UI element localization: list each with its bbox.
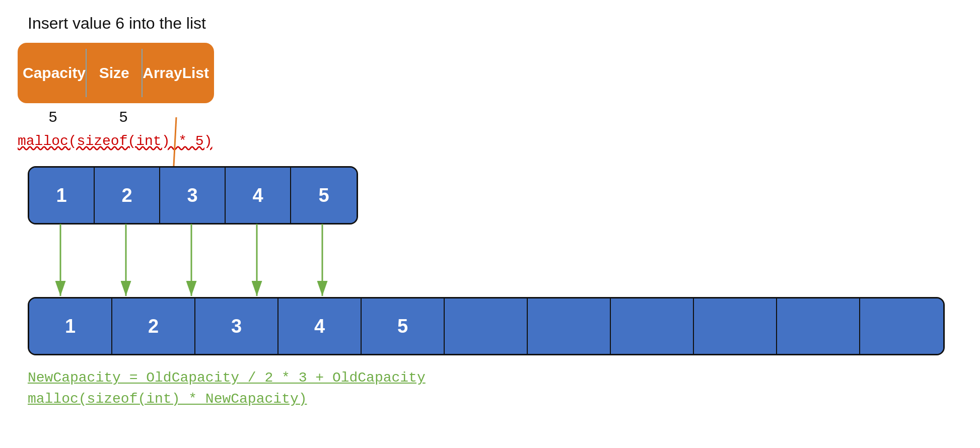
green-arrows-svg <box>28 221 395 302</box>
bottom-cell-4: 5 <box>362 298 445 354</box>
header-cell-size: Size <box>87 64 142 82</box>
array-bottom-container: 1 2 3 4 5 <box>28 297 945 355</box>
header-values: 5 5 <box>18 108 159 125</box>
array-top: 1 2 3 4 5 <box>28 166 380 225</box>
divider-1 <box>86 49 87 97</box>
top-cell-0: 1 <box>29 168 95 223</box>
new-capacity-text-block: NewCapacity = OldCapacity / 2 * 3 + OldC… <box>28 367 426 410</box>
header-cell-arraylist: ArrayList <box>143 64 209 82</box>
bottom-cell-7 <box>611 298 694 354</box>
divider-2 <box>142 49 143 97</box>
new-capacity-line2: malloc(sizeof(int) * NewCapacity) <box>28 389 426 410</box>
bottom-cell-6 <box>528 298 611 354</box>
page-container: Insert value 6 into the list Capacity Si… <box>0 0 980 448</box>
top-cell-3: 4 <box>226 168 291 223</box>
capacity-value: 5 <box>33 108 73 125</box>
bottom-cell-2: 3 <box>195 298 278 354</box>
bottom-cell-9 <box>777 298 860 354</box>
malloc-text: malloc(sizeof(int) * 5) <box>18 133 212 149</box>
bottom-cell-0: 1 <box>29 298 112 354</box>
size-value: 5 <box>103 108 144 125</box>
page-title: Insert value 6 into the list <box>28 14 206 33</box>
top-cell-2: 3 <box>160 168 226 223</box>
array-bottom: 1 2 3 4 5 <box>28 297 945 355</box>
new-capacity-line1: NewCapacity = OldCapacity / 2 * 3 + OldC… <box>28 367 426 389</box>
bottom-cell-3: 4 <box>278 298 362 354</box>
bottom-cell-10 <box>860 298 943 354</box>
bottom-cell-1: 2 <box>112 298 195 354</box>
header-box: Capacity Size ArrayList <box>18 43 214 103</box>
top-cell-4: 5 <box>291 168 357 223</box>
bottom-cell-5 <box>445 298 528 354</box>
bottom-cell-8 <box>694 298 777 354</box>
array-top-container: 1 2 3 4 5 <box>28 166 358 225</box>
top-cell-1: 2 <box>95 168 160 223</box>
header-cell-capacity: Capacity <box>23 64 86 82</box>
